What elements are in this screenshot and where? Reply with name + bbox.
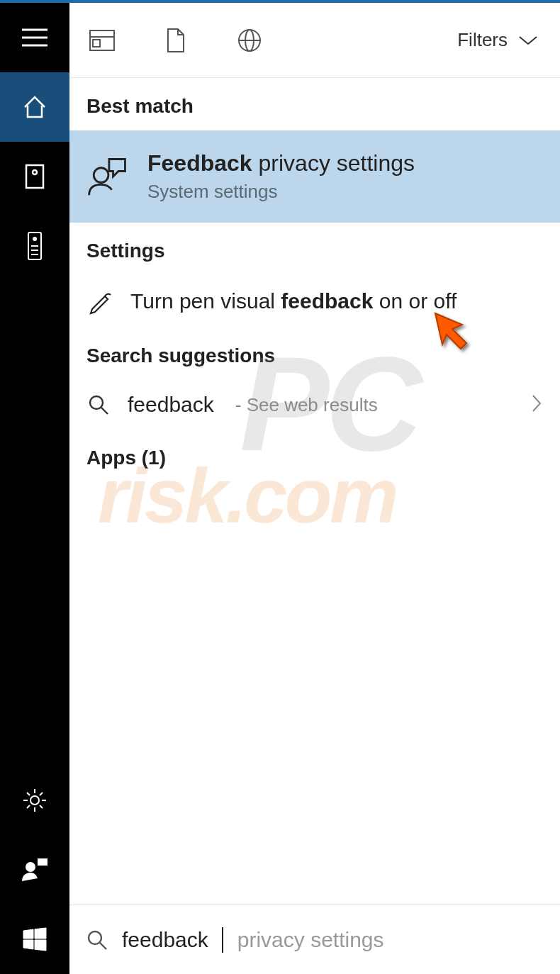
section-label-apps: Apps (1): [69, 430, 560, 482]
sidebar-item-home[interactable]: [0, 72, 69, 142]
suggestion-hint: - See web results: [235, 394, 378, 416]
best-match-title: Feedback privacy settings: [147, 150, 415, 177]
settings-result-pen-feedback[interactable]: Turn pen visual feedback on or off: [69, 275, 560, 328]
sidebar-item-notebook[interactable]: [0, 142, 69, 211]
svg-point-6: [33, 237, 36, 240]
section-label-search-suggestions: Search suggestions: [69, 328, 560, 380]
notebook-icon: [22, 162, 47, 191]
person-speech-icon: [85, 154, 130, 199]
section-label-settings: Settings: [69, 223, 560, 275]
gear-icon: [21, 786, 49, 815]
svg-rect-12: [38, 858, 47, 866]
person-feedback-icon: [21, 857, 49, 883]
svg-point-11: [26, 862, 35, 872]
news-icon: [88, 28, 116, 52]
hamburger-menu-button[interactable]: [0, 3, 69, 72]
filter-apps-button[interactable]: [86, 25, 118, 56]
sidebar-item-devices[interactable]: [0, 211, 69, 281]
windows-logo-icon: [21, 925, 49, 953]
start-button[interactable]: [0, 905, 69, 974]
svg-rect-3: [26, 165, 43, 188]
svg-rect-15: [93, 40, 100, 47]
settings-result-title: Turn pen visual feedback on or off: [130, 289, 457, 313]
search-icon: [86, 393, 111, 417]
svg-point-19: [94, 168, 108, 183]
filters-dropdown[interactable]: Filters: [457, 29, 543, 51]
search-suggestion-item[interactable]: feedback - See web results: [69, 380, 560, 430]
svg-line-23: [100, 943, 106, 949]
sidebar-item-settings[interactable]: [0, 766, 69, 835]
svg-point-22: [89, 931, 101, 944]
text-caret: [222, 927, 223, 953]
section-label-best-match: Best match: [69, 78, 560, 130]
chevron-right-icon: [530, 393, 543, 417]
chevron-down-icon: [517, 34, 539, 47]
suggestion-query: feedback: [128, 393, 214, 417]
globe-icon: [236, 27, 263, 54]
document-icon: [165, 27, 186, 54]
search-results-panel: Filters Best match Feedback privacy sett…: [69, 3, 560, 905]
search-icon: [85, 928, 109, 952]
remote-icon: [26, 230, 43, 262]
cortana-search-bar[interactable]: feedback privacy settings: [69, 905, 560, 974]
cortana-sidebar: [0, 3, 69, 974]
best-match-subtitle: System settings: [147, 181, 415, 203]
best-match-result[interactable]: Feedback privacy settings System setting…: [69, 130, 560, 223]
search-input-typed: feedback: [122, 928, 208, 952]
home-icon: [21, 93, 49, 121]
svg-point-20: [90, 396, 103, 409]
pen-icon: [86, 288, 113, 315]
filter-web-button[interactable]: [234, 25, 265, 56]
svg-point-4: [33, 170, 37, 174]
svg-line-21: [101, 408, 108, 414]
svg-point-10: [30, 796, 39, 805]
search-input-ghost: privacy settings: [237, 928, 384, 952]
filter-documents-button[interactable]: [160, 25, 191, 56]
hamburger-icon: [21, 27, 49, 48]
results-top-bar: Filters: [69, 3, 560, 78]
sidebar-item-feedback[interactable]: [0, 835, 69, 905]
filters-label: Filters: [457, 29, 508, 51]
